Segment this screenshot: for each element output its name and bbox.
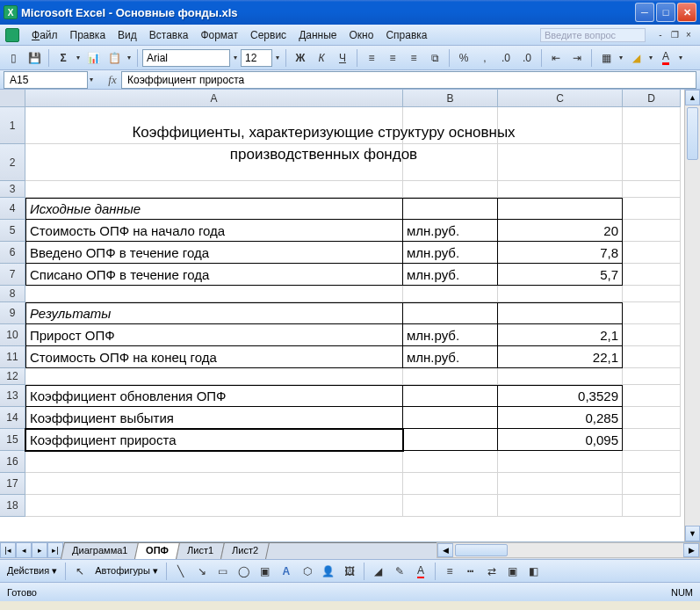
tab-nav-prev[interactable]: ◂ — [16, 542, 32, 558]
font-size-combo[interactable]: 12 — [241, 49, 272, 67]
cell-A18[interactable] — [25, 495, 403, 517]
row-header-17[interactable]: 17 — [0, 473, 25, 495]
cell-D8[interactable] — [623, 286, 681, 302]
font-color-dropdown[interactable]: ▾ — [677, 54, 684, 62]
currency-button[interactable]: % — [454, 48, 473, 68]
col-header-C[interactable]: C — [498, 90, 623, 107]
menu-window[interactable]: Окно — [343, 27, 379, 43]
decrease-decimal-button[interactable]: .0 — [517, 48, 537, 68]
cell-A6[interactable]: Введено ОПФ в течение года — [25, 242, 403, 264]
row-header-8[interactable]: 8 — [0, 286, 25, 302]
font-color-button[interactable]: A — [656, 48, 675, 68]
cell-B5[interactable]: млн.руб. — [403, 220, 498, 242]
save-button[interactable]: 💾 — [25, 48, 44, 68]
fill-color-draw-button[interactable]: ◢ — [369, 562, 388, 581]
menu-file[interactable]: Файл — [26, 27, 63, 43]
row-header-3[interactable]: 3 — [0, 181, 25, 198]
cell-D12[interactable] — [623, 368, 681, 385]
cell-A4[interactable]: Исходные данные — [25, 198, 403, 220]
align-left-button[interactable]: ≡ — [362, 48, 381, 68]
menu-help[interactable]: Справка — [380, 27, 432, 43]
cell-B10[interactable]: млн.руб. — [403, 324, 498, 346]
menu-data[interactable]: Данные — [293, 27, 342, 43]
diagram-button[interactable]: ⬡ — [298, 562, 317, 581]
fx-icon[interactable]: fx — [104, 73, 121, 87]
row-header-15[interactable]: 15 — [0, 429, 25, 451]
bold-button[interactable]: Ж — [291, 48, 310, 68]
cell-A2[interactable]: производственных фондов — [25, 144, 623, 181]
cell-C6[interactable]: 7,8 — [498, 242, 623, 264]
row-header-9[interactable]: 9 — [0, 302, 25, 324]
cell-D4[interactable] — [623, 198, 681, 220]
cell-A11[interactable]: Стоимость ОПФ на конец года — [25, 346, 403, 368]
col-header-D[interactable]: D — [623, 90, 681, 107]
col-header-A[interactable]: A — [25, 90, 403, 107]
menu-tools[interactable]: Сервис — [245, 27, 292, 43]
line-color-button[interactable]: ✎ — [390, 562, 409, 581]
row-header-5[interactable]: 5 — [0, 220, 25, 242]
cell-D9[interactable] — [623, 302, 681, 324]
cell-A17[interactable] — [25, 473, 403, 495]
3d-button[interactable]: ◧ — [524, 562, 544, 581]
cell-C3[interactable] — [498, 181, 623, 198]
font-name-dropdown[interactable]: ▾ — [232, 54, 239, 62]
align-right-button[interactable]: ≡ — [404, 48, 423, 68]
vertical-scrollbar[interactable]: ▲ ▼ — [684, 90, 700, 541]
sheet-tab-sheet1[interactable]: Лист1 — [176, 542, 225, 559]
cell-B6[interactable]: млн.руб. — [403, 242, 498, 264]
menu-insert[interactable]: Вставка — [144, 27, 194, 43]
cell-D7[interactable] — [623, 264, 681, 286]
close-button[interactable]: ✕ — [677, 3, 696, 22]
hscroll-thumb[interactable] — [455, 544, 508, 556]
cell-D16[interactable] — [623, 451, 681, 473]
vscroll-thumb[interactable] — [687, 107, 698, 160]
cell-C5[interactable]: 20 — [498, 220, 623, 242]
cell-D2[interactable] — [623, 144, 681, 181]
cell-B8[interactable] — [403, 286, 498, 302]
row-header-13[interactable]: 13 — [0, 385, 25, 407]
cell-B13[interactable] — [403, 385, 498, 407]
rectangle-button[interactable]: ▭ — [213, 562, 233, 581]
clipart-button[interactable]: 👤 — [319, 562, 338, 581]
name-box-dropdown[interactable]: ▾ — [88, 76, 95, 84]
cell-D3[interactable] — [623, 181, 681, 198]
underline-button[interactable]: Ч — [333, 48, 352, 68]
sheet-tab-diagram1[interactable]: Диаграмма1 — [61, 542, 139, 559]
cell-A16[interactable] — [25, 451, 403, 473]
cell-D5[interactable] — [623, 220, 681, 242]
cell-C12[interactable] — [498, 368, 623, 385]
cell-A9[interactable]: Результаты — [25, 302, 403, 324]
select-all-corner[interactable] — [0, 90, 25, 107]
line-style-button[interactable]: ≡ — [440, 562, 459, 581]
cell-D15[interactable] — [623, 429, 681, 451]
borders-dropdown[interactable]: ▾ — [617, 54, 624, 62]
autosum-button[interactable]: Σ — [54, 48, 73, 68]
doc-close-button[interactable]: × — [682, 29, 695, 41]
increase-decimal-button[interactable]: .0 — [496, 48, 516, 68]
new-button[interactable]: ▯ — [4, 48, 23, 68]
row-header-11[interactable]: 11 — [0, 346, 25, 368]
cell-C16[interactable] — [498, 451, 623, 473]
scroll-right-button[interactable]: ▶ — [683, 543, 699, 557]
row-header-16[interactable]: 16 — [0, 451, 25, 473]
line-button[interactable]: ╲ — [171, 562, 191, 581]
cell-D13[interactable] — [623, 385, 681, 407]
scroll-up-button[interactable]: ▲ — [685, 90, 700, 105]
menu-format[interactable]: Формат — [195, 27, 243, 43]
cell-D6[interactable] — [623, 242, 681, 264]
menu-edit[interactable]: Правка — [65, 27, 112, 43]
row-header-4[interactable]: 4 — [0, 198, 25, 220]
cell-B14[interactable] — [403, 407, 498, 429]
scroll-down-button[interactable]: ▼ — [685, 526, 700, 541]
cell-B3[interactable] — [403, 181, 498, 198]
doc-restore-button[interactable]: ❐ — [668, 29, 681, 41]
italic-button[interactable]: К — [312, 48, 331, 68]
cell-A14[interactable]: Коэффициент выбытия — [25, 407, 403, 429]
fill-color-button[interactable]: ◢ — [626, 48, 646, 68]
textbox-button[interactable]: ▣ — [256, 562, 275, 581]
doc-minimize-button[interactable]: - — [654, 29, 667, 41]
cell-A10[interactable]: Прирост ОПФ — [25, 324, 403, 346]
cell-C7[interactable]: 5,7 — [498, 264, 623, 286]
row-header-7[interactable]: 7 — [0, 264, 25, 286]
decrease-indent-button[interactable]: ⇤ — [546, 48, 566, 68]
